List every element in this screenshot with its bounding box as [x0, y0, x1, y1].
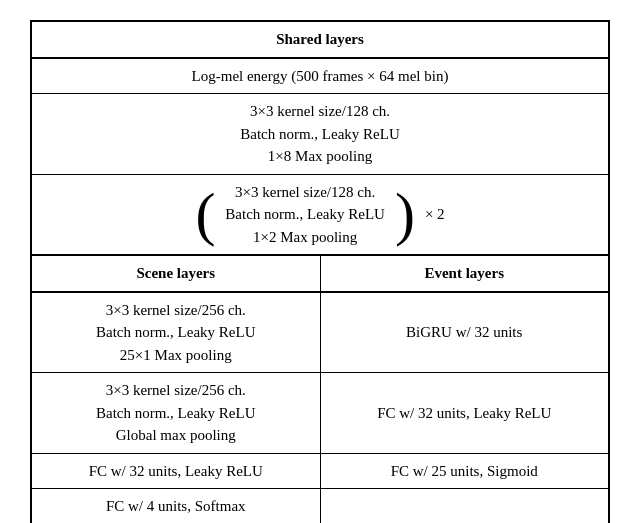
- shared-block1: 3×3 kernel size/128 ch. Batch norm., Lea…: [32, 94, 608, 175]
- scene-row-3: FC w/ 32 units, Leaky ReLU: [32, 453, 320, 489]
- main-table: Shared layers Log-mel energy (500 frames…: [30, 20, 610, 523]
- right-bracket: ): [395, 184, 415, 244]
- scene-row-4: FC w/ 4 units, Softmax: [32, 489, 320, 524]
- shared-layers-header: Shared layers: [32, 22, 608, 58]
- event-row-1: BiGRU w/ 32 units: [320, 292, 608, 373]
- event-layers-header: Event layers: [320, 255, 608, 292]
- event-row-2: FC w/ 32 units, Leaky ReLU: [320, 373, 608, 454]
- input-label: Log-mel energy (500 frames × 64 mel bin): [32, 58, 608, 94]
- scene-row-1: 3×3 kernel size/256 ch. Batch norm., Lea…: [32, 292, 320, 373]
- multiplier: × 2: [425, 203, 445, 226]
- shared-block2: ( 3×3 kernel size/128 ch. Batch norm., L…: [32, 174, 608, 255]
- left-bracket: (: [195, 184, 215, 244]
- event-row-3: FC w/ 25 units, Sigmoid: [320, 453, 608, 489]
- event-row-4: [320, 489, 608, 524]
- scene-row-2: 3×3 kernel size/256 ch. Batch norm., Lea…: [32, 373, 320, 454]
- block2-content: 3×3 kernel size/128 ch. Batch norm., Lea…: [225, 181, 385, 249]
- scene-layers-header: Scene layers: [32, 255, 320, 292]
